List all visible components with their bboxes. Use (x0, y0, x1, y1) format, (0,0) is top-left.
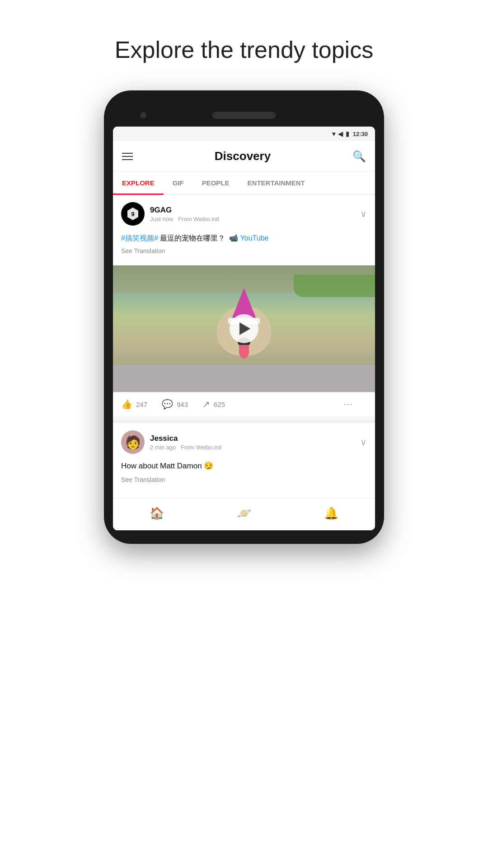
phone-speaker (212, 112, 276, 119)
see-translation-9gag[interactable]: See Translation (121, 247, 367, 255)
home-icon: 🏠 (150, 506, 164, 520)
hamburger-menu-button[interactable] (122, 153, 133, 160)
page-wrapper: Explore the trendy topics ▾ ◀ ▮ 12:30 (0, 0, 488, 868)
avatar-jessica: 🧑 (121, 430, 145, 454)
discover-icon: 🪐 (237, 506, 251, 520)
post-actions-9gag: 👍 247 💬 943 ↗ 625 ⋯ (113, 392, 375, 416)
app-title: Discovery (215, 149, 271, 163)
grass-background (294, 274, 375, 297)
feed: 9 9GAG Just now From Weibo.intl ∨ (113, 195, 375, 494)
chevron-down-icon[interactable]: ∨ (360, 208, 367, 219)
hamburger-line-2 (122, 156, 133, 157)
tab-entertainment[interactable]: ENTERTAINMENT (239, 172, 314, 194)
post-source-9gag: Just now From Weibo.intl (150, 216, 355, 222)
status-time: 12:30 (353, 131, 368, 137)
share-action[interactable]: ⋯ (343, 399, 352, 410)
nav-home[interactable]: 🏠 (141, 505, 173, 522)
post-source-jessica: 2 min ago From Weibo.intl (150, 444, 355, 451)
jessica-post-text: How about Matt Damon 😏 (113, 461, 375, 476)
post-video-thumbnail[interactable] (113, 265, 375, 392)
like-action[interactable]: 👍 247 (121, 399, 147, 410)
svg-text:9: 9 (131, 211, 134, 217)
post-username-9gag: 9GAG (150, 206, 355, 215)
status-bar: ▾ ◀ ▮ 12:30 (113, 127, 375, 141)
comment-icon: 💬 (162, 399, 173, 410)
post-header-jessica: 🧑 Jessica 2 min ago From Weibo.intl ∨ (113, 423, 375, 461)
page-title: Explore the trendy topics (115, 36, 373, 63)
post-content-jessica: See Translation (113, 476, 375, 494)
post-card-jessica: 🧑 Jessica 2 min ago From Weibo.intl ∨ Ho… (113, 423, 375, 494)
post-text-9gag: #搞笑视频# 最逗的宠物在哪里？ 📹 YouTube (121, 233, 367, 244)
repost-icon: ↗ (202, 399, 210, 410)
avatar-9gag: 9 (121, 202, 145, 226)
repost-action[interactable]: ↗ 625 (202, 399, 225, 410)
post-content-9gag: #搞笑视频# 最逗的宠物在哪里？ 📹 YouTube See Translati… (113, 233, 375, 265)
like-icon: 👍 (121, 399, 132, 410)
bottom-nav: 🏠 🪐 🔔 (113, 498, 375, 530)
hamburger-line-1 (122, 153, 133, 154)
tabs-bar: EXPLORE GIF PEOPLE ENTERTAINMENT (113, 172, 375, 195)
status-icons: ▾ ◀ ▮ (332, 130, 349, 137)
see-translation-jessica[interactable]: See Translation (121, 476, 367, 483)
like-count: 247 (136, 401, 147, 408)
post-meta-9gag: 9GAG Just now From Weibo.intl (150, 206, 355, 222)
wifi-icon: ▾ (332, 130, 335, 137)
signal-icon: ◀ (338, 130, 343, 137)
youtube-link[interactable]: 📹 YouTube (229, 234, 268, 242)
phone-screen: ▾ ◀ ▮ 12:30 Discovery 🔍 EXPLORE (113, 127, 375, 530)
repost-count: 625 (214, 401, 225, 408)
battery-icon: ▮ (346, 130, 349, 137)
play-triangle-icon (239, 322, 250, 335)
tab-explore[interactable]: EXPLORE (113, 172, 164, 194)
post-meta-jessica: Jessica 2 min ago From Weibo.intl (150, 434, 355, 451)
nav-notifications[interactable]: 🔔 (315, 505, 347, 522)
phone-camera (140, 112, 146, 118)
phone-frame: ▾ ◀ ▮ 12:30 Discovery 🔍 EXPLORE (104, 90, 384, 544)
comment-count: 943 (177, 401, 188, 408)
search-icon[interactable]: 🔍 (352, 150, 366, 163)
dog-tongue (239, 345, 249, 359)
share-icon: ⋯ (343, 399, 352, 410)
chevron-down-icon-jessica[interactable]: ∨ (360, 437, 367, 448)
post-separator (113, 420, 375, 423)
comment-action[interactable]: 💬 943 (162, 399, 188, 410)
tab-people[interactable]: PEOPLE (193, 172, 239, 194)
notification-icon: 🔔 (324, 506, 338, 520)
tab-gif[interactable]: GIF (164, 172, 193, 194)
hashtag[interactable]: #搞笑视频# (121, 234, 158, 242)
app-header: Discovery 🔍 (113, 141, 375, 172)
post-header-9gag: 9 9GAG Just now From Weibo.intl ∨ (113, 195, 375, 233)
phone-top (113, 104, 375, 127)
post-card-9gag: 9 9GAG Just now From Weibo.intl ∨ (113, 195, 375, 416)
nav-discover[interactable]: 🪐 (228, 505, 260, 522)
post-username-jessica: Jessica (150, 434, 355, 443)
hamburger-line-3 (122, 159, 133, 160)
play-button[interactable] (230, 314, 258, 343)
